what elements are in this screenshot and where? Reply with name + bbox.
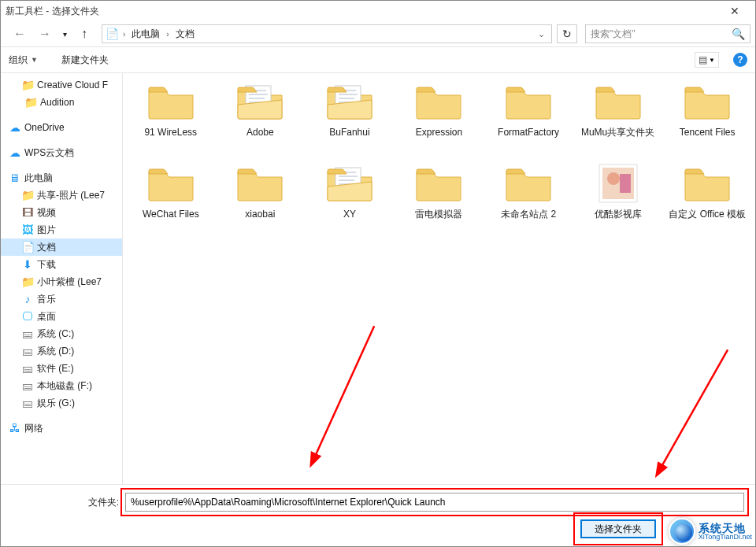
location-icon: 📄 xyxy=(106,28,118,40)
tree-creative-cloud[interactable]: 📁Creative Cloud F xyxy=(1,76,122,94)
tree-local-f[interactable]: 🖴本地磁盘 (F:) xyxy=(1,377,122,394)
folder-item[interactable]: Expression xyxy=(395,81,484,139)
folder-icon: 📁 xyxy=(21,275,34,288)
folder-item[interactable]: Adobe xyxy=(216,81,306,139)
folder-icon xyxy=(146,163,196,204)
view-icon: ▤ xyxy=(699,54,707,65)
item-label: 雷电模拟器 xyxy=(415,209,462,221)
drive-icon: 🖴 xyxy=(21,327,34,340)
search-box[interactable]: 搜索"文档" 🔍 xyxy=(585,24,750,43)
tree-onedrive[interactable]: ☁OneDrive xyxy=(1,119,122,136)
crumb-sep-icon: › xyxy=(165,30,170,39)
folder-paper-icon xyxy=(235,81,285,122)
tree-wps[interactable]: ☁WPS云文档 xyxy=(1,144,122,161)
refresh-button[interactable]: ↻ xyxy=(557,24,577,43)
tree-sys-c[interactable]: 🖴系统 (C:) xyxy=(1,325,122,342)
history-dropdown[interactable]: ▾ xyxy=(59,30,70,39)
tree-xiaoye[interactable]: 📁小叶紫檀 (Lee7 xyxy=(1,273,122,290)
folder-paper-icon xyxy=(324,81,375,122)
view-mode-button[interactable]: ▤ ▼ xyxy=(695,52,719,68)
new-folder-button[interactable]: 新建文件夹 xyxy=(61,54,109,67)
crumb-current[interactable]: 文档 xyxy=(174,28,196,41)
network-icon: 🖧 xyxy=(9,422,21,434)
folder-icon xyxy=(503,81,554,122)
folder-item[interactable]: Tencent Files xyxy=(662,81,752,139)
download-icon: ⬇ xyxy=(21,258,34,271)
computer-icon: 🖥 xyxy=(9,172,21,184)
path-label: 文件夹: xyxy=(80,496,119,509)
item-label: 91 WireLess xyxy=(144,127,197,139)
watermark: 系统天地 XiTongTianDi.net xyxy=(669,518,752,545)
select-folder-button[interactable]: 选择文件夹 xyxy=(580,519,656,538)
button-row: 选择文件夹 取消 xyxy=(80,519,744,538)
folder-item[interactable]: MuMu共享文件夹 xyxy=(573,81,663,139)
folder-icon xyxy=(146,81,196,122)
chevron-down-icon: ▼ xyxy=(31,56,38,64)
drive-icon: 🖴 xyxy=(21,397,34,409)
folder-icon: 📁 xyxy=(21,189,34,201)
folder-item[interactable]: xiaobai xyxy=(216,163,306,221)
folder-item[interactable]: WeChat Files xyxy=(126,163,216,221)
tree-network[interactable]: 🖧网络 xyxy=(1,419,122,437)
tree-pictures[interactable]: 🖼图片 xyxy=(1,221,122,238)
folder-icon xyxy=(413,163,464,204)
folder-item[interactable]: XY xyxy=(305,163,395,221)
item-label: FormatFactory xyxy=(498,127,559,139)
folder-icon xyxy=(593,81,643,122)
tree-share-photos[interactable]: 📁共享-照片 (Lee7 xyxy=(1,187,122,204)
tree-audition[interactable]: 📁Audition xyxy=(1,94,122,111)
path-row: 文件夹: xyxy=(80,493,744,512)
tree-ent-g[interactable]: 🖴娱乐 (G:) xyxy=(1,394,122,412)
folder-path-input[interactable] xyxy=(125,493,744,512)
tree-this-pc[interactable]: 🖥此电脑 xyxy=(1,169,122,187)
chevron-down-icon: ▼ xyxy=(709,57,715,64)
image-thumb-icon xyxy=(593,163,643,204)
folder-icon xyxy=(413,81,464,122)
music-icon: ♪ xyxy=(21,293,34,305)
window-title: 新工具栏 - 选择文件夹 xyxy=(6,5,719,18)
folder-content[interactable]: 91 WireLess Adobe BuFanhui Expression Fo… xyxy=(123,73,755,484)
item-label: 优酷影视库 xyxy=(595,209,642,221)
tree-soft-e[interactable]: 🖴软件 (E:) xyxy=(1,360,122,377)
drive-icon: 🖴 xyxy=(21,379,34,392)
tree-videos[interactable]: 🎞视频 xyxy=(1,204,122,221)
up-button[interactable]: ↑ xyxy=(73,24,95,44)
forward-button[interactable]: → xyxy=(34,24,56,44)
folder-icon: 📁 xyxy=(21,79,34,91)
tree-desktop[interactable]: 🖵桌面 xyxy=(1,308,122,325)
desktop-icon: 🖵 xyxy=(21,310,34,323)
address-bar[interactable]: 📄 › 此电脑 › 文档 ⌄ xyxy=(102,24,552,43)
item-label: Expression xyxy=(416,127,462,139)
close-button[interactable]: ✕ xyxy=(719,2,750,20)
picture-icon: 🖼 xyxy=(21,224,34,236)
folder-icon: 📁 xyxy=(24,96,37,109)
folder-paper-icon xyxy=(324,163,375,204)
item-label: Tencent Files xyxy=(680,127,736,139)
drive-icon: 🖴 xyxy=(21,362,34,375)
address-dropdown[interactable]: ⌄ xyxy=(534,29,548,39)
tree-documents[interactable]: 📄文档 xyxy=(1,238,122,256)
folder-icon xyxy=(235,163,285,204)
sidebar-tree: 📁Creative Cloud F 📁Audition ☁OneDrive ☁W… xyxy=(1,73,123,484)
folder-item[interactable]: 自定义 Office 模板 xyxy=(662,163,752,221)
search-placeholder: 搜索"文档" xyxy=(591,28,732,41)
drive-icon: 🖴 xyxy=(21,345,34,357)
organize-menu[interactable]: 组织 ▼ xyxy=(9,54,38,67)
item-label: XY xyxy=(343,209,356,221)
item-label: Adobe xyxy=(246,127,274,139)
crumb-root[interactable]: 此电脑 xyxy=(130,28,161,41)
folder-item[interactable]: 优酷影视库 xyxy=(573,163,663,221)
toolbar: 组织 ▼ 新建文件夹 ▤ ▼ ? xyxy=(1,46,755,73)
tree-downloads[interactable]: ⬇下载 xyxy=(1,256,122,273)
main-area: 📁Creative Cloud F 📁Audition ☁OneDrive ☁W… xyxy=(1,73,755,484)
folder-item[interactable]: 91 WireLess xyxy=(126,81,216,139)
item-label: 未命名站点 2 xyxy=(501,209,556,221)
folder-item[interactable]: FormatFactory xyxy=(484,81,573,139)
folder-item[interactable]: 未命名站点 2 xyxy=(484,163,573,221)
back-button[interactable]: ← xyxy=(9,24,31,44)
tree-music[interactable]: ♪音乐 xyxy=(1,290,122,308)
folder-item[interactable]: BuFanhui xyxy=(305,81,395,139)
help-button[interactable]: ? xyxy=(733,53,747,67)
folder-item[interactable]: 雷电模拟器 xyxy=(395,163,484,221)
tree-sys-d[interactable]: 🖴系统 (D:) xyxy=(1,342,122,360)
